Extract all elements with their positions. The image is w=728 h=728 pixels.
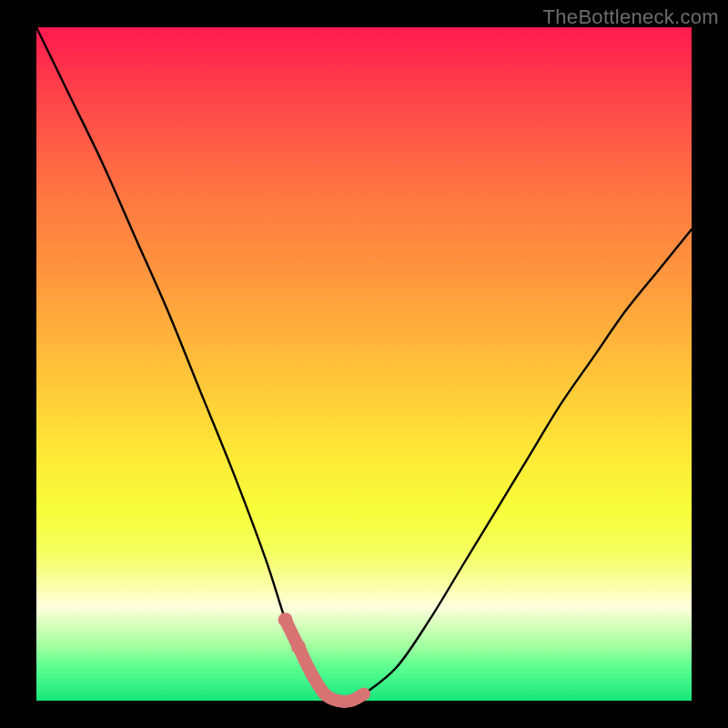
chart-frame: TheBottleneck.com [0, 0, 728, 728]
plot-area [36, 27, 692, 701]
chart-svg [36, 27, 692, 701]
watermark-text: TheBottleneck.com [543, 5, 719, 29]
trough-overlay-path [286, 620, 364, 702]
trough-dot [291, 640, 306, 654]
bottleneck-curve-path [36, 27, 692, 702]
trough-dot [278, 612, 293, 627]
